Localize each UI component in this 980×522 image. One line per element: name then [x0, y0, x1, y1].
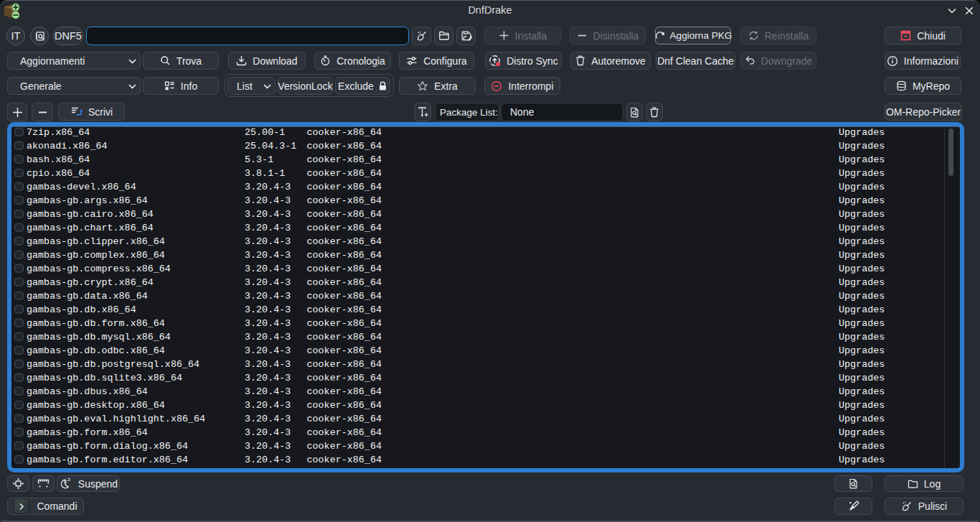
svg-text:z: z: [67, 477, 70, 483]
